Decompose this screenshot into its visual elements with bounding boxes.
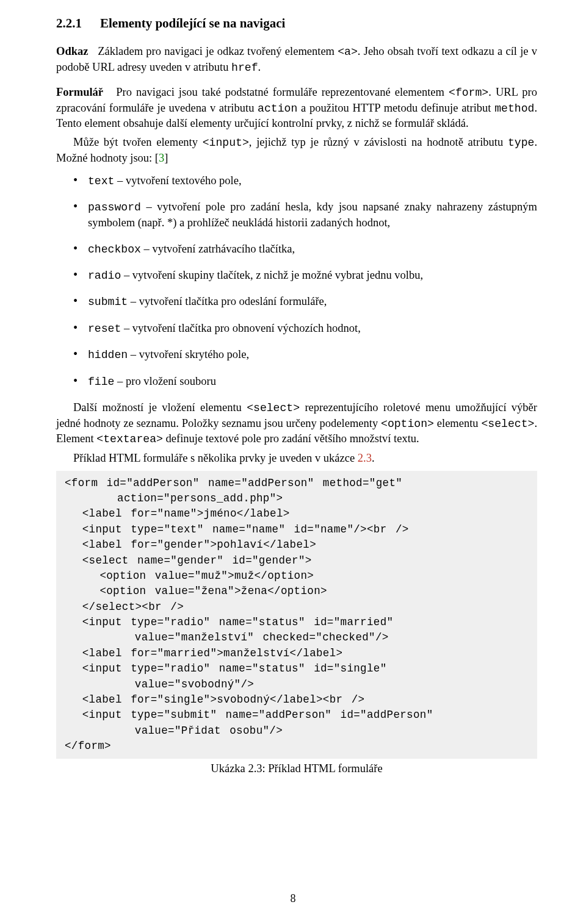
code-hidden: hidden: [88, 349, 128, 361]
list-item: reset – vytvoření tlačítka pro obnovení …: [88, 321, 537, 336]
text: Může být tvořen elementy: [73, 136, 203, 148]
code-select-tag-2: <select>: [481, 418, 534, 430]
paragraph-select: Další možností je vložení elementu <sele…: [56, 400, 537, 446]
code-password: password: [88, 201, 141, 213]
code-line: value="Přidat osobu"/>: [65, 725, 283, 737]
code-method: method: [494, 102, 534, 115]
code-line: <label for="single">svobodný</label><br …: [65, 693, 364, 706]
code-option-tag: <option>: [381, 418, 434, 430]
code-line: value="svobodný"/>: [65, 678, 254, 690]
runin-odkaz: Odkaz: [56, 45, 88, 57]
text: .: [372, 452, 375, 464]
text: – vytvoření skrytého pole,: [128, 348, 249, 360]
code-line: <label for="gender">pohlaví</label>: [65, 539, 316, 551]
runin-formular: Formulář: [56, 86, 103, 98]
text: Základem pro navigaci je odkaz tvořený e…: [98, 45, 338, 57]
text: – vytvoření tlačítka pro obnovení výchoz…: [121, 322, 361, 334]
text: Pro navigaci jsou také podstatné formulá…: [116, 86, 449, 98]
code-text: text: [88, 175, 114, 187]
code-submit: submit: [88, 296, 128, 308]
code-line: <label for="name">jméno</label>: [65, 507, 290, 520]
code-line: <input type="submit" name="addPerson" id…: [65, 709, 433, 721]
code-a-tag: <a>: [338, 46, 358, 58]
code-line: <input type="text" name="name" id="name"…: [65, 523, 409, 535]
text: elementu: [434, 417, 481, 429]
text: – vytvoření zatrhávacího tlačítka,: [141, 243, 295, 255]
code-line: </form>: [65, 740, 111, 752]
code-line: value="manželství" checked="checked"/>: [65, 631, 389, 643]
code-line: <option value="muž">muž</option>: [65, 570, 314, 582]
code-form-tag: <form>: [449, 87, 488, 99]
code-reset: reset: [88, 323, 121, 335]
code-line: <label for="married">manželství</label>: [65, 647, 342, 659]
text: – vytvoření textového pole,: [114, 174, 241, 187]
list-item: radio – vytvoření skupiny tlačítek, z ni…: [88, 268, 537, 283]
listing-caption: Ukázka 2.3: Příklad HTML formuláře: [56, 761, 537, 776]
paragraph-formular: Formulář Pro navigaci jsou také podstatn…: [56, 85, 537, 131]
paragraph-input: Může být tvořen elementy <input>, jejich…: [56, 135, 537, 165]
code-file: file: [88, 376, 114, 388]
paragraph-odkaz: Odkaz Základem pro navigaci je odkaz tvo…: [56, 44, 537, 75]
text: Příklad HTML formuláře s několika prvky …: [73, 452, 358, 464]
code-line: <input type="radio" name="status" id="ma…: [65, 616, 393, 628]
text: – vytvoření pole pro zadání hesla, kdy j…: [88, 201, 537, 228]
list-item: password – vytvoření pole pro zadání hes…: [88, 199, 537, 230]
text: Další možností je vložení elementu: [73, 401, 247, 414]
text: ]: [164, 152, 168, 164]
text: – vytvoření tlačítka pro odeslání formul…: [128, 295, 327, 307]
section-number: 2.2.1: [56, 15, 100, 32]
text: – pro vložení souboru: [114, 375, 215, 387]
code-line: <option value="žena">žena</option>: [65, 585, 327, 597]
section-heading: 2.2.1Elementy podílející se na navigaci: [56, 15, 537, 32]
paragraph-example-ref: Příklad HTML formuláře s několika prvky …: [56, 451, 537, 466]
code-input-tag: <input>: [203, 137, 249, 149]
ref-listing-2-3[interactable]: 2.3: [358, 452, 372, 464]
code-href: href: [231, 62, 258, 74]
text: – vytvoření skupiny tlačítek, z nichž je…: [121, 269, 423, 281]
code-line: <form id="addPerson" name="addPerson" me…: [65, 477, 402, 489]
code-line: </select><br />: [65, 601, 184, 613]
text: , jejichž typ je různý v závislosti na h…: [249, 136, 508, 148]
list-item: file – pro vložení souboru: [88, 374, 537, 389]
text: definuje textové pole pro zadání většího…: [163, 432, 419, 445]
code-line: <input type="radio" name="status" id="si…: [65, 662, 387, 675]
code-listing: <form id="addPerson" name="addPerson" me…: [56, 471, 537, 759]
code-type: type: [508, 137, 534, 149]
code-textarea-tag: <textarea>: [96, 433, 163, 445]
list-item: submit – vytvoření tlačítka pro odeslání…: [88, 294, 537, 309]
code-checkbox: checkbox: [88, 243, 141, 256]
code-radio: radio: [88, 270, 121, 282]
list-item: text – vytvoření textového pole,: [88, 173, 537, 188]
input-types-list: text – vytvoření textového pole, passwor…: [56, 173, 537, 390]
page: 2.2.1Elementy podílející se na navigaci …: [0, 0, 586, 924]
text: a použitou HTTP metodu definuje atribut: [297, 102, 494, 114]
code-line: action="persons_add.php">: [65, 492, 283, 504]
list-item: checkbox – vytvoření zatrhávacího tlačít…: [88, 242, 537, 257]
list-item: hidden – vytvoření skrytého pole,: [88, 347, 537, 362]
code-line: <select name="gender" id="gender">: [65, 554, 312, 567]
text: .: [258, 61, 261, 73]
section-title: Elementy podílející se na navigaci: [100, 16, 285, 30]
code-select-tag: <select>: [247, 402, 300, 414]
citation-3[interactable]: 3: [159, 152, 164, 164]
page-number: 8: [0, 891, 586, 906]
code-action: action: [258, 102, 297, 115]
